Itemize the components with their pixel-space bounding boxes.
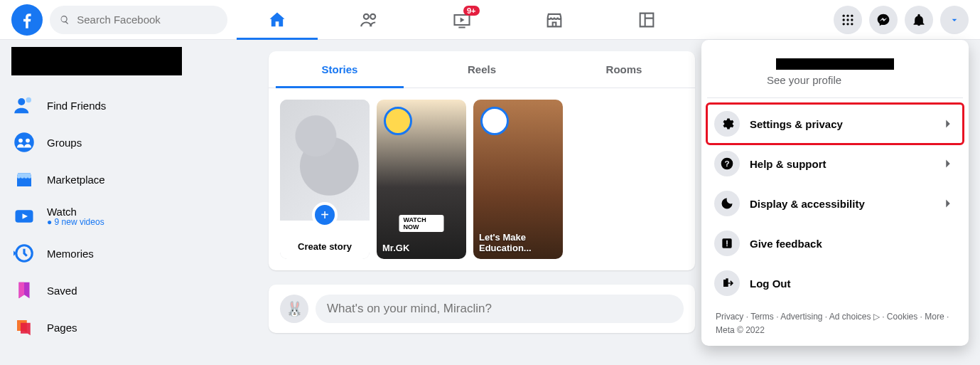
menu-item-label: Log Out: [750, 277, 790, 290]
search-input[interactable]: [77, 14, 217, 26]
nav-gaming[interactable]: [601, 0, 693, 40]
svg-point-3: [843, 18, 845, 21]
menu-item-label: Give feedback: [750, 238, 822, 250]
top-bar: 9+: [0, 0, 980, 40]
center-navigation: 9+: [231, 0, 693, 40]
svg-point-12: [18, 139, 23, 143]
feedback-icon: [714, 231, 740, 256]
help-icon: ?: [714, 151, 740, 176]
composer-card: 🐰: [269, 285, 695, 333]
story-name-label: Let's Make Education...: [479, 232, 557, 253]
story-avatar-ring: [480, 107, 509, 135]
left-sidebar: Find Friends Groups Marketplace Watch 9 …: [0, 40, 256, 353]
svg-point-10: [26, 97, 32, 103]
menu-give-feedback[interactable]: Give feedback: [707, 223, 963, 263]
watch-badge: 9+: [463, 6, 480, 16]
main-column: Stories Reels Rooms + Create story WATCH…: [269, 51, 695, 347]
menu-log-out[interactable]: Log Out: [707, 263, 963, 303]
chevron-right-icon: [940, 156, 956, 171]
watch-now-tag: WATCH NOW: [399, 215, 444, 232]
story-card[interactable]: WATCH NOW Mr.GK: [377, 100, 466, 259]
svg-rect-19: [726, 240, 728, 245]
menu-item-label: Display & accessibility: [750, 198, 865, 210]
sidebar-item-label: Pages: [47, 322, 77, 334]
profile-name-redacted: [776, 58, 894, 70]
saved-icon: [11, 277, 37, 303]
sidebar-item-label: Groups: [47, 137, 82, 149]
messenger-icon: [876, 13, 890, 27]
menu-item-label: Settings & privacy: [750, 118, 843, 130]
caret-down-icon: [949, 14, 960, 26]
messenger-button[interactable]: [869, 6, 898, 34]
stories-tabs: Stories Reels Rooms: [269, 51, 695, 88]
nav-friends[interactable]: [323, 0, 416, 40]
story-avatar-ring: [384, 107, 412, 135]
gear-icon: [714, 111, 740, 137]
sidebar-memories[interactable]: Memories: [6, 235, 250, 272]
svg-point-1: [846, 14, 849, 16]
svg-point-4: [846, 18, 849, 21]
sidebar-watch[interactable]: Watch 9 new videos: [6, 198, 250, 235]
composer-input[interactable]: [316, 295, 684, 323]
menu-profile-row[interactable]: See your profile: [707, 47, 963, 98]
menu-footer-links[interactable]: Privacy · Terms · Advertising · Ad choic…: [707, 303, 963, 337]
account-menu-button[interactable]: [940, 6, 969, 34]
plus-icon: +: [312, 202, 338, 228]
sidebar-item-label: Memories: [47, 248, 94, 260]
watch-icon: [11, 203, 37, 229]
svg-point-0: [843, 14, 845, 16]
stories-row: + Create story WATCH NOW Mr.GK Let's Mak…: [269, 88, 695, 270]
groups-icon: [11, 129, 37, 155]
menu-item-label: Help & support: [750, 158, 826, 170]
home-icon: [267, 10, 287, 30]
sidebar-item-subtitle: 9 new videos: [47, 217, 104, 227]
story-card[interactable]: Let's Make Education...: [473, 100, 563, 259]
marketplace-icon: [11, 166, 37, 192]
facebook-f-icon: [17, 10, 37, 30]
sidebar-marketplace[interactable]: Marketplace: [6, 161, 250, 198]
pages-icon: [11, 314, 37, 340]
sidebar-groups[interactable]: Groups: [6, 124, 250, 161]
see-your-profile-label: See your profile: [716, 74, 954, 86]
profile-name-redacted[interactable]: [11, 47, 182, 75]
sidebar-item-label: Marketplace: [47, 174, 105, 186]
tab-stories[interactable]: Stories: [269, 51, 411, 88]
sidebar-saved[interactable]: Saved: [6, 272, 250, 309]
menu-display-accessibility[interactable]: Display & accessibility: [707, 184, 963, 223]
facebook-logo[interactable]: [11, 4, 43, 36]
nav-marketplace[interactable]: [508, 0, 601, 40]
notifications-button[interactable]: [905, 6, 933, 34]
svg-point-6: [843, 23, 845, 25]
moon-icon: [714, 191, 740, 216]
svg-point-8: [851, 23, 853, 25]
search-box[interactable]: [50, 6, 227, 34]
store-icon: [544, 10, 564, 30]
svg-point-11: [14, 132, 34, 152]
menu-grid-button[interactable]: [834, 6, 862, 34]
header-right-icons: [834, 6, 969, 34]
sidebar-find-friends[interactable]: Find Friends: [6, 87, 250, 124]
chevron-right-icon: [940, 196, 956, 211]
svg-text:?: ?: [724, 159, 729, 168]
stories-card: Stories Reels Rooms + Create story WATCH…: [269, 51, 695, 270]
sidebar-pages[interactable]: Pages: [6, 309, 250, 346]
svg-point-13: [26, 139, 30, 143]
account-menu-panel: See your profile Settings & privacy ? He…: [701, 40, 969, 346]
svg-point-7: [846, 23, 849, 25]
nav-watch[interactable]: 9+: [416, 0, 508, 40]
nav-home[interactable]: [231, 0, 323, 40]
menu-settings-privacy[interactable]: Settings & privacy: [707, 104, 963, 144]
sidebar-item-label: Find Friends: [47, 100, 106, 112]
sidebar-item-label: Watch: [47, 206, 77, 218]
tab-rooms[interactable]: Rooms: [553, 51, 695, 88]
find-friends-icon: [11, 92, 37, 118]
search-icon: [60, 14, 70, 26]
create-story-card[interactable]: + Create story: [280, 100, 370, 259]
user-avatar[interactable]: 🐰: [280, 295, 308, 323]
story-name-label: Mr.GK: [382, 243, 461, 253]
menu-help-support[interactable]: ? Help & support: [707, 144, 963, 184]
bell-icon: [912, 13, 926, 27]
gaming-icon: [637, 10, 657, 30]
tab-reels[interactable]: Reels: [411, 51, 553, 88]
svg-point-5: [851, 18, 853, 21]
